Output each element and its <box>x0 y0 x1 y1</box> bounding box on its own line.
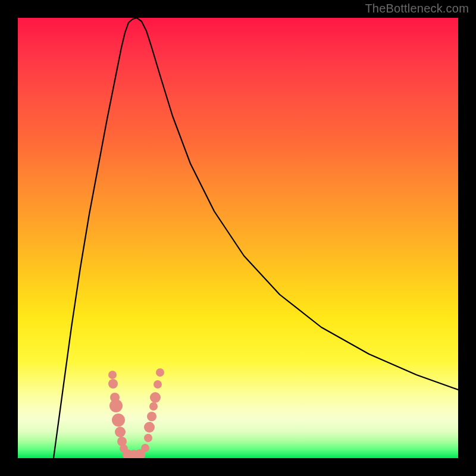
outer-frame: TheBottleneck.com <box>0 0 476 476</box>
curve-layer <box>18 18 458 458</box>
data-marker <box>144 422 155 433</box>
data-marker <box>115 427 126 437</box>
data-marker <box>108 371 117 379</box>
data-marker <box>109 399 123 412</box>
data-marker <box>141 444 149 452</box>
data-marker <box>154 380 162 389</box>
data-marker <box>149 402 158 411</box>
bottleneck-curve <box>54 18 458 458</box>
plot-area <box>18 18 458 458</box>
watermark-text: TheBottleneck.com <box>365 2 469 15</box>
marker-group <box>108 368 164 458</box>
data-marker <box>144 434 152 442</box>
data-marker <box>150 392 161 403</box>
data-marker <box>147 412 156 421</box>
data-marker <box>156 368 164 377</box>
data-marker <box>112 414 125 427</box>
data-marker <box>108 379 118 389</box>
